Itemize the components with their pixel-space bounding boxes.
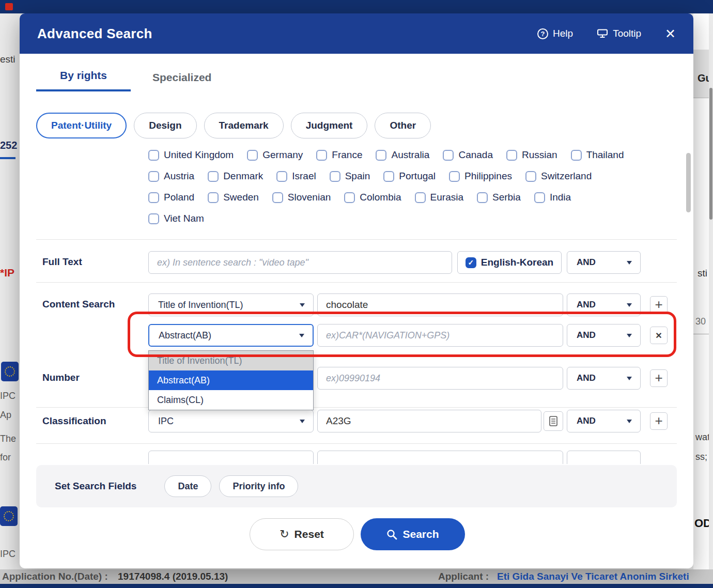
fulltext-input[interactable]: [148, 251, 452, 274]
classification-lookup-button[interactable]: [544, 411, 563, 431]
close-icon[interactable]: [665, 26, 676, 41]
menu-item-abstract[interactable]: Abstract(AB): [149, 370, 313, 390]
fulltext-operator-select[interactable]: AND: [567, 251, 641, 274]
chevron-down-icon: [299, 334, 304, 337]
tab-bar: By rights Specialized: [36, 69, 216, 91]
country-portugal[interactable]: Portugal: [383, 171, 436, 182]
menu-item-claims[interactable]: Claims(CL): [149, 390, 313, 410]
checkbox-icon: [571, 150, 582, 161]
content-field-select-1[interactable]: Title of Invention(TL): [148, 293, 314, 316]
country-viet-nam[interactable]: Viet Nam: [148, 213, 204, 224]
tab-by-rights[interactable]: By rights: [36, 69, 131, 91]
country-label: Thailand: [586, 149, 624, 161]
country-colombia[interactable]: Colombia: [344, 192, 401, 203]
checkbox-icon: [477, 192, 488, 203]
classification-operator-select[interactable]: AND: [567, 410, 641, 432]
country-label: Eurasia: [430, 192, 463, 203]
bg-text-fragment: for: [0, 452, 11, 463]
clipped-operator-select[interactable]: [567, 451, 641, 464]
applicant-value[interactable]: Eti Gida Sanayi Ve Ticaret Anonim Sirket…: [497, 569, 689, 584]
page-top-bar: [0, 0, 713, 13]
country-poland[interactable]: Poland: [148, 192, 194, 203]
pill-other[interactable]: Other: [375, 113, 431, 138]
priority-info-button[interactable]: Priority info: [219, 475, 298, 497]
country-row: Austria Denmark Israel Spain Portugal Ph…: [148, 170, 624, 182]
country-slovenian[interactable]: Slovenian: [272, 192, 331, 203]
operator-value: AND: [577, 257, 596, 268]
country-denmark[interactable]: Denmark: [208, 171, 263, 182]
content-search-input-2[interactable]: [317, 324, 563, 347]
classification-input[interactable]: [317, 410, 541, 432]
fulltext-label: Full Text: [42, 256, 82, 268]
bg-text-fragment: Ap: [0, 410, 11, 421]
divider: [36, 443, 677, 444]
country-philippines[interactable]: Philippines: [449, 171, 512, 182]
country-united-kingdom[interactable]: United Kingdom: [148, 149, 234, 161]
country-label: Viet Nam: [164, 213, 204, 224]
content-operator-select-1[interactable]: AND: [567, 293, 641, 316]
checkbox-icon: [344, 192, 355, 203]
pill-judgment[interactable]: Judgment: [291, 113, 368, 138]
content-operator-select-2[interactable]: AND: [567, 324, 641, 347]
operator-value: AND: [577, 373, 596, 383]
content-search-input-1[interactable]: [317, 293, 563, 316]
divider: [36, 407, 677, 408]
bg-text-fragment: wat: [695, 432, 710, 443]
menu-item-title-of-invention[interactable]: Title of Invention(TL): [149, 351, 313, 370]
add-row-button[interactable]: [650, 296, 668, 314]
add-row-button[interactable]: [650, 412, 668, 430]
classification-field-select[interactable]: IPC: [148, 410, 314, 432]
modal-scrollbar-thumb[interactable]: [686, 153, 691, 212]
help-icon: ?: [537, 28, 548, 39]
number-operator-select[interactable]: AND: [567, 367, 641, 390]
set-search-fields-panel: Set Search Fields Date Priority info: [36, 465, 677, 507]
country-label: United Kingdom: [164, 149, 234, 161]
reset-button[interactable]: ↻ Reset: [250, 518, 354, 550]
country-russian[interactable]: Russian: [506, 149, 557, 161]
checkbox-icon: [148, 192, 159, 203]
search-button[interactable]: Search: [361, 518, 465, 550]
help-button[interactable]: ? Help: [537, 28, 573, 39]
country-serbia[interactable]: Serbia: [477, 192, 521, 203]
country-switzerland[interactable]: Switzerland: [525, 171, 592, 182]
country-thailand[interactable]: Thailand: [571, 149, 624, 161]
checkbox-icon: [525, 171, 536, 182]
country-sweden[interactable]: Sweden: [208, 192, 259, 203]
classification-label: Classification: [42, 415, 106, 427]
country-label: Denmark: [223, 171, 263, 182]
country-india[interactable]: India: [534, 192, 571, 203]
country-spain[interactable]: Spain: [330, 171, 370, 182]
number-input[interactable]: [317, 367, 563, 390]
country-canada[interactable]: Canada: [443, 149, 493, 161]
field-value: IPC: [158, 416, 174, 427]
content-field-select-2[interactable]: Abstract(AB): [148, 324, 314, 347]
country-label: Germany: [262, 149, 303, 161]
divider: [36, 282, 677, 283]
clipped-input[interactable]: [317, 451, 563, 464]
clipped-select[interactable]: [148, 451, 314, 464]
country-israel[interactable]: Israel: [276, 171, 316, 182]
country-france[interactable]: France: [316, 149, 362, 161]
checkbox-icon: [330, 171, 340, 182]
country-row: Viet Nam: [148, 212, 624, 225]
page-scrollbar-thumb[interactable]: [709, 88, 712, 220]
tab-specialized[interactable]: Specialized: [147, 71, 216, 91]
english-korean-checkbox[interactable]: English-Korean: [457, 251, 562, 274]
pill-trademark[interactable]: Trademark: [204, 113, 284, 138]
remove-row-button[interactable]: [650, 327, 668, 344]
date-button[interactable]: Date: [164, 475, 211, 497]
country-label: Philippines: [464, 171, 512, 182]
country-australia[interactable]: Australia: [376, 149, 429, 161]
country-germany[interactable]: Germany: [247, 149, 303, 161]
pill-patent-utility[interactable]: Patent·Utility: [36, 113, 127, 138]
country-austria[interactable]: Austria: [148, 171, 194, 182]
number-label: Number: [42, 372, 80, 383]
tooltip-button[interactable]: Tooltip: [597, 28, 641, 39]
pill-design[interactable]: Design: [134, 113, 196, 138]
country-eurasia[interactable]: Eurasia: [415, 192, 463, 203]
country-label: Slovenian: [288, 192, 331, 203]
tooltip-icon: [597, 29, 608, 38]
add-row-button[interactable]: [650, 369, 668, 387]
content-search-label: Content Search: [42, 299, 115, 310]
search-label: Search: [402, 528, 439, 540]
